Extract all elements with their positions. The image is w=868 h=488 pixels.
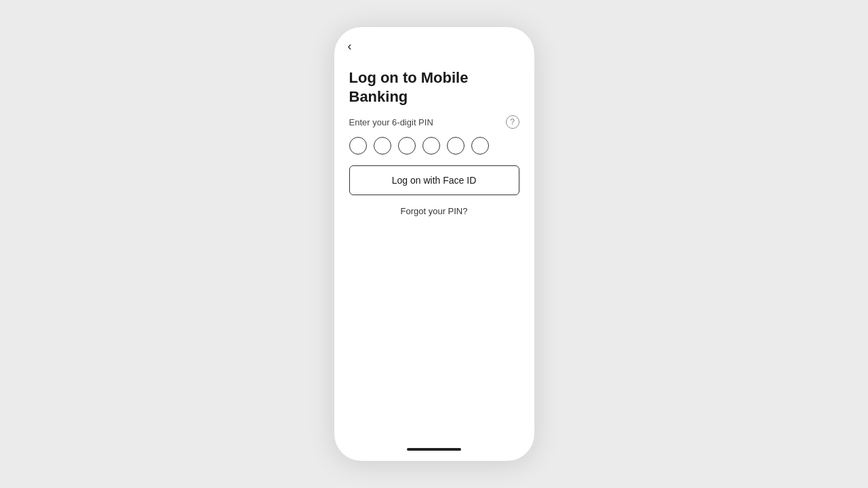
home-indicator: [334, 442, 534, 461]
pin-dot-5: [447, 137, 465, 155]
help-icon[interactable]: ?: [506, 115, 519, 129]
forgot-pin-link[interactable]: Forgot your PIN?: [349, 206, 519, 216]
back-button[interactable]: ‹: [348, 39, 352, 54]
back-chevron-icon: ‹: [348, 39, 352, 54]
pin-label-row: Enter your 6-digit PIN ?: [349, 115, 519, 129]
pin-dot-3: [398, 137, 416, 155]
phone-frame: ‹ Log on to Mobile Banking Enter your 6-…: [334, 27, 534, 461]
pin-dot-1: [349, 137, 367, 155]
home-indicator-bar: [407, 448, 461, 451]
pin-dot-6: [471, 137, 489, 155]
pin-dot-4: [422, 137, 440, 155]
page-title: Log on to Mobile Banking: [349, 68, 519, 106]
phone-content: ‹ Log on to Mobile Banking Enter your 6-…: [334, 27, 534, 442]
back-button-row: ‹: [334, 27, 534, 59]
face-id-button[interactable]: Log on with Face ID: [349, 165, 519, 195]
main-content: Log on to Mobile Banking Enter your 6-di…: [334, 59, 534, 442]
pin-dot-2: [374, 137, 391, 155]
pin-dots-row: [349, 137, 519, 155]
pin-label: Enter your 6-digit PIN: [349, 117, 433, 127]
